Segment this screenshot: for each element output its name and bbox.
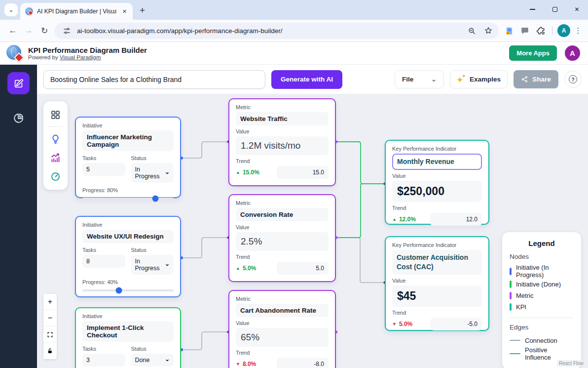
extensions-icon[interactable] bbox=[534, 24, 547, 37]
zoom-in-button[interactable]: + bbox=[43, 294, 57, 310]
value-label: Value bbox=[236, 320, 329, 326]
trend-badge: 5.0% bbox=[236, 265, 256, 272]
lock-button[interactable] bbox=[43, 343, 57, 359]
fit-view-button[interactable] bbox=[43, 327, 57, 343]
tasks-input[interactable]: 5 bbox=[82, 163, 125, 176]
metric-name-field[interactable]: Conversion Rate bbox=[236, 208, 329, 221]
slider-thumb[interactable] bbox=[152, 196, 159, 202]
back-button[interactable]: ← bbox=[5, 23, 21, 39]
edge-connection[interactable] bbox=[336, 238, 385, 283]
pie-chart-icon bbox=[13, 112, 25, 124]
sidebar-item-charts[interactable] bbox=[7, 107, 30, 129]
address-bar[interactable]: ai-toolbox.visual-paradigm.com/app/kpi-p… bbox=[54, 23, 499, 39]
metric-value-field[interactable]: 65% bbox=[236, 328, 329, 347]
edge-connection[interactable] bbox=[182, 238, 228, 258]
kpi-node-monthly-revenue[interactable]: Key Performance Indicator Monthly Revenu… bbox=[385, 140, 489, 225]
metric-node-website-traffic[interactable]: Metric Website Traffic Value 1.2M visits… bbox=[228, 98, 336, 186]
edge-positive-influence[interactable] bbox=[336, 142, 385, 184]
reload-button[interactable]: ↻ bbox=[37, 23, 52, 39]
zoom-out-button[interactable]: − bbox=[43, 310, 57, 327]
tasks-input[interactable]: 3 bbox=[82, 354, 125, 367]
url-text[interactable]: ai-toolbox.visual-paradigm.com/app/kpi-p… bbox=[77, 27, 461, 35]
trend-value-input[interactable]: -5.0 bbox=[430, 318, 482, 330]
kpi-value-field[interactable]: $45 bbox=[392, 286, 482, 307]
edge-connection[interactable] bbox=[182, 142, 228, 158]
metric-node-conversion-rate[interactable]: Metric Conversion Rate Value 2.5% Trend … bbox=[228, 194, 336, 282]
trend-value-input[interactable]: 12.0 bbox=[430, 213, 482, 226]
examples-button[interactable]: ✦✦ Examples bbox=[450, 70, 508, 88]
metric-value-field[interactable]: 2.5% bbox=[236, 232, 329, 251]
initiative-node-influencer-marketing-campaign[interactable]: Initiative Influencer Marketing Campaign… bbox=[75, 117, 181, 198]
kpi-name-input[interactable]: Monthly Revenue bbox=[392, 154, 482, 170]
initiative-name-field[interactable]: Influencer Marketing Campaign bbox=[82, 130, 174, 151]
content-area: Generate with AI File⌄ ✦✦ Examples Share… bbox=[37, 65, 588, 368]
more-apps-button[interactable]: More Apps bbox=[509, 45, 557, 61]
trend-label: Trend bbox=[392, 310, 482, 316]
window-minimize-button[interactable] bbox=[521, 0, 544, 19]
toolbar-divider bbox=[552, 26, 552, 35]
prompt-input[interactable] bbox=[43, 70, 265, 89]
site-info-icon[interactable] bbox=[60, 24, 73, 37]
progress-label: Progress: 40% bbox=[82, 279, 174, 285]
initiative-node-implement-1-click-checkout[interactable]: Initiative Implement 1-Click Checkout Ta… bbox=[75, 307, 181, 368]
metric-name-field[interactable]: Cart Abandonment Rate bbox=[236, 304, 329, 317]
tab-search-button[interactable]: ⌄ bbox=[4, 3, 18, 16]
browser-profile-avatar[interactable]: A bbox=[557, 24, 570, 37]
initiative-name-field[interactable]: Website UX/UI Redesign bbox=[82, 230, 174, 243]
visual-paradigm-logo bbox=[6, 45, 23, 62]
initiative-node-website-ux-ui-redesign[interactable]: Initiative Website UX/UI Redesign Tasks … bbox=[75, 216, 181, 297]
trend-value-input[interactable]: 5.0 bbox=[277, 262, 329, 275]
react-flow-attribution: React Flow bbox=[557, 360, 586, 367]
trend-up-icon bbox=[392, 217, 397, 222]
help-button[interactable]: ? bbox=[564, 71, 582, 88]
window-maximize-button[interactable] bbox=[544, 0, 566, 19]
kpi-value-field[interactable]: $250,000 bbox=[392, 181, 482, 202]
palette-all-nodes-button[interactable] bbox=[43, 105, 68, 124]
progress-slider[interactable] bbox=[82, 289, 174, 291]
diagram-canvas[interactable]: Initiative Influencer Marketing Campaign… bbox=[37, 94, 588, 368]
browser-menu-icon[interactable]: ⋮ bbox=[573, 26, 583, 35]
new-tab-button[interactable]: + bbox=[140, 5, 145, 16]
toolbar-actions: A ⋮ bbox=[503, 24, 583, 37]
trend-label: Trend bbox=[392, 205, 482, 211]
bar-chart-icon bbox=[50, 153, 61, 163]
bookmark-star-icon[interactable] bbox=[482, 24, 495, 37]
status-label: Status bbox=[131, 247, 174, 253]
fit-view-icon bbox=[47, 331, 53, 338]
initiative-name-field[interactable]: Implement 1-Click Checkout bbox=[82, 321, 174, 342]
trend-value-input[interactable]: 15.0 bbox=[277, 166, 329, 179]
window-close-button[interactable]: ✕ bbox=[566, 0, 588, 19]
status-select[interactable]: In Progress⌄ bbox=[131, 163, 174, 183]
share-button[interactable]: Share bbox=[514, 70, 558, 88]
palette-kpi-button[interactable] bbox=[43, 167, 68, 186]
metric-name-field[interactable]: Website Traffic bbox=[236, 112, 329, 125]
account-avatar[interactable]: A bbox=[565, 45, 580, 61]
reading-list-download-icon[interactable] bbox=[503, 24, 515, 37]
kpi-node-customer-acquisition-cost[interactable]: Key Performance Indicator Customer Acqui… bbox=[385, 236, 489, 331]
palette-initiative-button[interactable] bbox=[43, 129, 68, 148]
trend-value-input[interactable]: -8.0 bbox=[277, 358, 329, 368]
generate-with-ai-button[interactable]: Generate with AI bbox=[271, 70, 342, 89]
edge-connection[interactable] bbox=[182, 332, 228, 350]
kpi-name-field[interactable]: Customer Acquisition Cost (CAC) bbox=[392, 250, 482, 275]
visual-paradigm-link[interactable]: Visual Paradigm bbox=[60, 54, 101, 60]
progress-slider[interactable] bbox=[82, 198, 174, 200]
status-select[interactable]: Done⌄ bbox=[131, 354, 174, 367]
edge-positive-influence[interactable] bbox=[336, 184, 385, 238]
status-select[interactable]: In Progress⌄ bbox=[131, 255, 174, 275]
metric-node-cart-abandonment-rate[interactable]: Metric Cart Abandonment Rate Value 65% T… bbox=[228, 290, 336, 368]
tasks-input[interactable]: 8 bbox=[82, 255, 125, 268]
legend-item: Metric bbox=[510, 290, 574, 301]
file-menu-button[interactable]: File⌄ bbox=[395, 70, 444, 88]
metric-value-field[interactable]: 1.2M visits/mo bbox=[236, 136, 329, 155]
zoom-page-icon[interactable] bbox=[465, 24, 478, 37]
comment-icon[interactable] bbox=[518, 24, 531, 37]
node-type-label: Key Performance Indicator bbox=[392, 146, 482, 152]
browser-tab[interactable]: AI KPI Diagram Builder | Visualiz ✕ bbox=[20, 3, 133, 20]
tab-close-icon[interactable]: ✕ bbox=[120, 7, 129, 16]
trend-down-icon bbox=[392, 322, 397, 327]
sidebar-item-diagram-editor[interactable] bbox=[7, 72, 30, 94]
slider-thumb[interactable] bbox=[116, 287, 122, 294]
forward-button[interactable]: → bbox=[21, 23, 37, 39]
palette-metric-button[interactable] bbox=[43, 148, 68, 167]
